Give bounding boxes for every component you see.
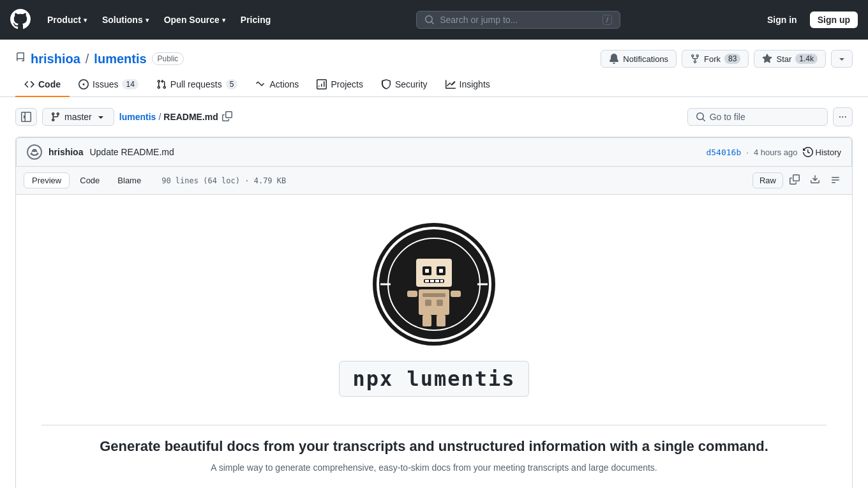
code-icon [24, 79, 34, 89]
svg-rect-20 [423, 315, 431, 326]
svg-rect-14 [435, 280, 439, 282]
tab-issues[interactable]: Issues 14 [70, 73, 147, 97]
nav-pricing-label: Pricing [241, 15, 271, 25]
commit-hash[interactable]: d54016b [706, 148, 741, 157]
search-shortcut-kbd: / [602, 15, 612, 25]
history-label: History [816, 148, 841, 157]
preview-tab-button[interactable]: Preview [24, 172, 70, 188]
outline-button[interactable] [827, 172, 844, 189]
nav-open-source-label: Open Source [164, 15, 220, 25]
tab-pr-badge: 5 [226, 79, 238, 89]
outline-icon [830, 174, 841, 185]
svg-rect-21 [437, 315, 445, 326]
tab-insights[interactable]: Insights [437, 73, 499, 97]
search-box[interactable]: Search or jump to... / [416, 11, 620, 29]
tab-issues-label: Issues [93, 79, 118, 89]
tab-pull-requests[interactable]: Pull requests 5 [147, 73, 247, 97]
file-preview-content: npx lumentis Generate beautiful docs fro… [16, 195, 852, 488]
svg-rect-12 [425, 280, 429, 282]
history-button[interactable]: History [803, 147, 841, 157]
issues-icon [79, 79, 89, 89]
blame-tab-button[interactable]: Blame [110, 173, 149, 188]
notifications-label: Notifications [623, 54, 668, 64]
copy-raw-button[interactable] [786, 172, 804, 189]
code-tab-button[interactable]: Code [72, 173, 107, 188]
nav-product[interactable]: Product ▾ [41, 11, 93, 29]
copy-path-button[interactable] [221, 110, 234, 125]
readme-logo-container [41, 220, 827, 348]
nav-solutions[interactable]: Solutions ▾ [96, 11, 155, 29]
goto-file-placeholder: Go to file [710, 112, 745, 122]
tab-issues-badge: 14 [122, 79, 138, 89]
star-dropdown-chevron-icon [837, 54, 847, 64]
commit-dot: · [746, 148, 749, 157]
bell-icon [609, 54, 619, 64]
file-area: master lumentis / README.md Go to file [0, 97, 868, 488]
download-button[interactable] [806, 172, 824, 189]
breadcrumb-file-name: README.md [163, 112, 218, 122]
nav-bar: Product ▾ Solutions ▾ Open Source ▾ Pric… [0, 0, 868, 40]
search-icon [424, 15, 435, 25]
breadcrumb: lumentis / README.md [119, 110, 234, 125]
commit-author[interactable]: hrishioa [49, 147, 83, 157]
sign-in-button[interactable]: Sign in [760, 11, 805, 28]
breadcrumb-repo-link[interactable]: lumentis [119, 112, 156, 122]
readme-divider [41, 425, 827, 425]
branch-name: master [64, 112, 92, 122]
goto-file-search-icon [696, 112, 706, 122]
svg-rect-17 [423, 293, 445, 297]
svg-rect-15 [440, 280, 443, 282]
search-placeholder: Search or jump to... [440, 15, 518, 25]
breadcrumb-separator: / [158, 112, 161, 122]
raw-button[interactable]: Raw [752, 172, 783, 188]
repo-icon [15, 52, 26, 65]
tab-code[interactable]: Code [15, 73, 70, 97]
file-view-tabs: Preview Code Blame 90 lines (64 loc) · 4… [16, 167, 852, 195]
repo-title-row: hrishioa / lumentis Public Notifications… [15, 50, 853, 68]
fork-icon [690, 54, 700, 64]
download-icon [810, 174, 820, 185]
insights-icon [445, 79, 456, 89]
history-icon [803, 147, 813, 157]
fork-count: 83 [724, 54, 740, 64]
sidebar-toggle-button[interactable] [15, 108, 37, 126]
nav-open-source[interactable]: Open Source ▾ [158, 11, 232, 29]
sidebar-toggle-icon [21, 112, 31, 122]
repo-slash: / [86, 52, 89, 66]
repo-name-link[interactable]: lumentis [94, 52, 146, 66]
product-chevron-icon: ▾ [84, 17, 87, 24]
fork-button[interactable]: Fork 83 [682, 50, 749, 68]
nav-pricing[interactable]: Pricing [234, 11, 277, 29]
star-label: Star [776, 54, 791, 64]
lumentis-robot-logo [370, 220, 498, 348]
file-meta: 90 lines (64 loc) · 4.79 KB [161, 176, 286, 185]
branch-icon [50, 112, 61, 122]
projects-icon [317, 79, 327, 89]
svg-rect-22 [407, 291, 417, 297]
svg-rect-10 [439, 269, 443, 273]
sign-up-button[interactable]: Sign up [810, 11, 858, 28]
tab-projects[interactable]: Projects [308, 73, 372, 97]
tab-code-label: Code [38, 79, 61, 89]
more-options-button[interactable]: ··· [833, 107, 853, 126]
file-actions-right: Go to file ··· [687, 107, 853, 126]
star-dropdown-button[interactable] [831, 50, 853, 68]
star-button[interactable]: Star 1.4k [754, 50, 826, 68]
branch-selector-button[interactable]: master [42, 108, 114, 126]
github-logo[interactable] [10, 9, 31, 31]
tab-actions[interactable]: Actions [246, 73, 308, 97]
goto-file-input[interactable]: Go to file [687, 108, 828, 126]
notifications-button[interactable]: Notifications [601, 50, 677, 68]
branch-chevron-icon [96, 112, 106, 122]
search-area: Search or jump to... / [287, 11, 749, 29]
svg-rect-19 [437, 300, 443, 306]
svg-rect-13 [430, 280, 434, 282]
repo-actions: Notifications Fork 83 Star 1.4k [601, 50, 853, 68]
actions-icon [255, 79, 266, 89]
copy-icon [222, 111, 232, 121]
repo-header: hrishioa / lumentis Public Notifications… [0, 40, 868, 97]
tab-security[interactable]: Security [372, 73, 437, 97]
readme-description: A simple way to generate comprehensive, … [211, 462, 657, 473]
repo-owner-link[interactable]: hrishioa [31, 52, 80, 66]
tab-projects-label: Projects [331, 79, 363, 89]
